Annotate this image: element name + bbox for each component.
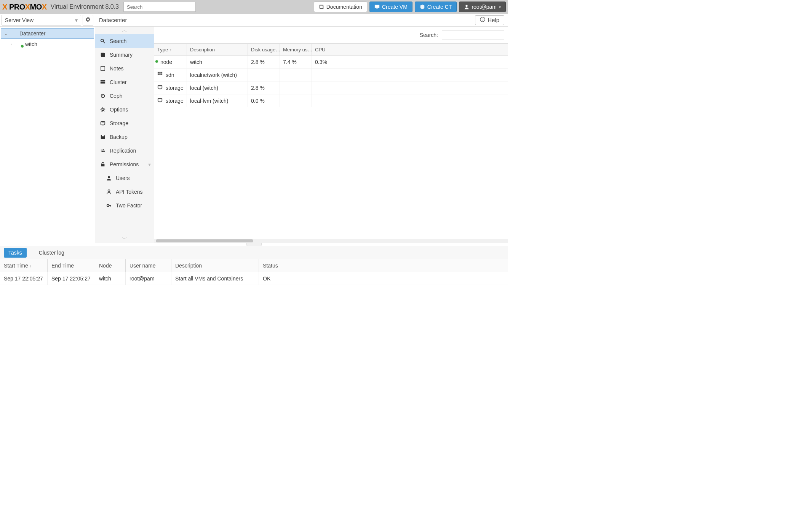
create-vm-label: Create VM — [382, 4, 408, 10]
menu-item-cluster[interactable]: Cluster — [95, 75, 154, 89]
col-disk[interactable]: Disk usage… — [248, 44, 280, 55]
results-row[interactable]: sdn localnetwork (witch) — [154, 68, 508, 81]
help-label: Help — [488, 17, 499, 23]
svg-rect-20 — [158, 73, 159, 75]
create-vm-button[interactable]: Create VM — [369, 2, 412, 12]
cell-node: witch — [95, 272, 126, 285]
scrollbar-thumb[interactable] — [156, 239, 253, 242]
view-selector-label: Server View — [5, 17, 34, 23]
menu-scroll-down[interactable]: ﹀ — [95, 235, 154, 243]
svg-rect-21 — [159, 73, 161, 75]
content-body: ︿ Search Summary Notes — [95, 27, 508, 243]
cell-desc: Start all VMs and Containers — [171, 272, 259, 285]
menu-item-options[interactable]: Options — [95, 103, 154, 116]
chevron-down-icon: ▾ — [499, 5, 501, 9]
search-label: Search: — [420, 32, 438, 38]
menu-item-users[interactable]: Users — [95, 171, 154, 185]
menu-label: Backup — [110, 134, 128, 140]
content-title: Datacenter — [99, 17, 127, 23]
log-panel: Tasks Cluster log Start Time ↓ End Time … — [0, 243, 508, 341]
tree-node-witch[interactable]: › witch — [1, 39, 94, 49]
log-row[interactable]: Sep 17 22:05:27 Sep 17 22:05:27 witch ro… — [0, 272, 508, 285]
cell-disk: 2.8 % — [248, 56, 280, 68]
collapse-icon[interactable]: ⌄ — [3, 31, 8, 36]
menu-label: Summary — [110, 52, 133, 58]
col-cpu[interactable]: CPU u — [312, 44, 327, 55]
global-search-input[interactable] — [123, 2, 196, 12]
side-menu: ︿ Search Summary Notes — [95, 27, 154, 243]
col-node[interactable]: Node — [95, 259, 126, 272]
cell-memory — [280, 94, 312, 107]
chevron-down-icon: ▾ — [148, 161, 151, 167]
help-button[interactable]: ? Help — [475, 15, 504, 25]
results-row[interactable]: storage local (witch) 2.8 % — [154, 81, 508, 94]
user-label: root@pam — [472, 4, 497, 10]
svg-point-10 — [102, 108, 104, 110]
cell-cpu: 0.3% — [312, 56, 327, 68]
menu-item-permissions[interactable]: Permissions ▾ — [95, 158, 154, 171]
help-icon: ? — [480, 17, 485, 23]
cell-disk: 0.0 % — [248, 94, 280, 107]
tab-cluster-log[interactable]: Cluster log — [34, 248, 69, 258]
view-selector[interactable]: Server View ▾ — [2, 15, 81, 25]
tab-tasks[interactable]: Tasks — [4, 248, 27, 258]
menu-item-two-factor[interactable]: Two Factor — [95, 199, 154, 212]
cell-memory — [280, 68, 312, 81]
expand-icon[interactable]: › — [9, 42, 14, 46]
col-description[interactable]: Description — [171, 259, 259, 272]
col-end-time[interactable]: End Time — [48, 259, 95, 272]
user-menu-button[interactable]: root@pam ▾ — [459, 2, 506, 12]
log-header: Start Time ↓ End Time Node User name Des… — [0, 259, 508, 272]
col-status[interactable]: Status — [259, 259, 508, 272]
building-icon — [16, 41, 23, 47]
menu-item-summary[interactable]: Summary — [95, 48, 154, 62]
menu-item-replication[interactable]: Replication — [95, 144, 154, 158]
svg-point-15 — [108, 190, 110, 192]
menu-item-notes[interactable]: Notes — [95, 62, 154, 75]
unlock-icon — [100, 162, 106, 167]
cell-cpu — [312, 68, 327, 81]
svg-rect-7 — [101, 82, 105, 84]
col-start-time[interactable]: Start Time ↓ — [0, 259, 48, 272]
col-user[interactable]: User name — [126, 259, 171, 272]
menu-item-search[interactable]: Search — [95, 34, 154, 48]
cell-cpu — [312, 94, 327, 107]
results-body: node witch 2.8 % 7.4 % 0.3% sdn localnet… — [154, 56, 508, 239]
menu-label: Options — [110, 107, 128, 113]
tree-settings-button[interactable] — [83, 15, 93, 25]
menu-scroll-up[interactable]: ︿ — [95, 27, 154, 34]
col-description[interactable]: Description — [187, 44, 248, 55]
menu-item-ceph[interactable]: Ceph — [95, 89, 154, 103]
results-row[interactable]: node witch 2.8 % 7.4 % 0.3% — [154, 56, 508, 68]
cell-disk — [248, 68, 280, 81]
col-type[interactable]: Type ↑ — [154, 44, 187, 55]
menu-item-backup[interactable]: Backup — [95, 130, 154, 144]
col-memory[interactable]: Memory us… — [280, 44, 312, 55]
svg-point-3 — [101, 39, 104, 42]
svg-point-14 — [108, 176, 110, 178]
menu-label: Ceph — [110, 93, 122, 99]
tree-node-datacenter[interactable]: ⌄ Datacenter — [1, 28, 94, 39]
search-results: Search: Type ↑ Description Disk usage… M… — [154, 27, 508, 243]
documentation-button[interactable]: Documentation — [314, 2, 367, 12]
create-ct-button[interactable]: Create CT — [415, 2, 457, 12]
menu-item-api-tokens[interactable]: API Tokens — [95, 185, 154, 199]
svg-rect-5 — [101, 67, 105, 71]
cell-type: storage — [166, 85, 184, 91]
proxmox-logo: X PROXMOX — [2, 3, 47, 11]
results-search-input[interactable] — [442, 30, 504, 40]
menu-item-storage[interactable]: Storage — [95, 116, 154, 130]
results-row[interactable]: storage local-lvm (witch) 0.0 % — [154, 94, 508, 107]
book-icon — [319, 4, 324, 10]
svg-text:?: ? — [482, 18, 484, 22]
gear-icon — [100, 107, 106, 112]
log-collapse-handle[interactable] — [0, 243, 508, 246]
menu-label: Replication — [110, 148, 136, 154]
version-label: Virtual Environment 8.0.3 — [51, 3, 119, 10]
cell-type: sdn — [166, 72, 174, 78]
tree-node-label: Datacenter — [19, 30, 45, 37]
content-header: Datacenter ? Help — [95, 14, 508, 27]
cell-type: node — [160, 59, 172, 65]
horizontal-scrollbar[interactable] — [154, 239, 508, 243]
server-icon — [100, 80, 106, 85]
